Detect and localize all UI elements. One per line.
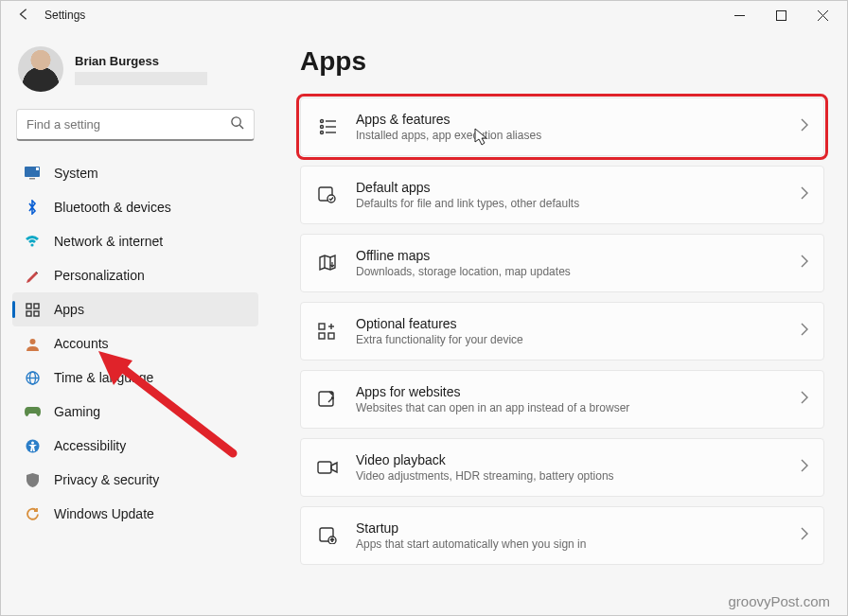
close-button[interactable] xyxy=(802,1,843,29)
svg-line-5 xyxy=(239,125,243,129)
bluetooth-icon xyxy=(24,199,41,216)
svg-rect-8 xyxy=(29,178,35,180)
svg-rect-14 xyxy=(34,311,39,316)
svg-rect-37 xyxy=(318,462,331,473)
card-subtitle: Websites that can open in an app instead… xyxy=(356,401,784,414)
svg-rect-7 xyxy=(36,167,39,170)
avatar xyxy=(18,46,63,92)
default-apps-icon xyxy=(316,184,339,206)
card-video-playback[interactable]: Video playback Video adjustments, HDR st… xyxy=(300,438,824,497)
sidebar-item-label: Windows Update xyxy=(54,506,154,521)
titlebar: Settings xyxy=(1,1,847,29)
search-box[interactable] xyxy=(16,109,255,141)
card-title: Startup xyxy=(356,520,784,536)
maximize-button[interactable] xyxy=(760,1,802,29)
accessibility-icon xyxy=(24,437,41,454)
video-playback-icon xyxy=(316,456,339,479)
card-title: Offline maps xyxy=(356,248,784,263)
sidebar-item-label: System xyxy=(54,166,98,181)
svg-rect-1 xyxy=(776,10,786,20)
chevron-right-icon xyxy=(801,459,808,476)
startup-icon xyxy=(316,524,339,547)
chevron-right-icon xyxy=(801,391,808,408)
svg-point-20 xyxy=(31,441,34,444)
sidebar-item-label: Network & internet xyxy=(54,234,163,249)
network-icon xyxy=(24,233,41,250)
personalization-icon xyxy=(24,267,41,284)
svg-rect-33 xyxy=(328,333,334,339)
apps-features-icon xyxy=(316,115,339,138)
profile-email-redacted xyxy=(75,72,207,85)
svg-point-21 xyxy=(321,120,324,123)
card-subtitle: Extra functionality for your device xyxy=(356,333,784,346)
apps-websites-icon xyxy=(316,388,339,411)
card-startup[interactable]: Startup Apps that start automatically wh… xyxy=(300,506,824,565)
sidebar-item-label: Accessibility xyxy=(54,438,126,453)
gaming-icon xyxy=(24,403,41,420)
system-icon xyxy=(24,165,41,182)
sidebar-item-gaming[interactable]: Gaming xyxy=(12,395,258,429)
svg-rect-31 xyxy=(319,324,325,329)
sidebar-item-accessibility[interactable]: Accessibility xyxy=(12,429,258,463)
card-subtitle: Defaults for file and link types, other … xyxy=(356,197,784,210)
accounts-icon xyxy=(24,335,41,352)
sidebar-item-label: Accounts xyxy=(54,336,109,351)
sidebar-item-label: Apps xyxy=(54,302,84,317)
svg-point-25 xyxy=(321,132,324,134)
profile[interactable]: Brian Burgess xyxy=(12,41,258,103)
page-title: Apps xyxy=(300,46,824,77)
card-title: Apps for websites xyxy=(356,384,784,399)
svg-point-23 xyxy=(321,126,324,129)
card-subtitle: Installed apps, app execution aliases xyxy=(356,129,784,142)
card-optional-features[interactable]: Optional features Extra functionality fo… xyxy=(300,302,824,361)
sidebar-item-system[interactable]: System xyxy=(12,156,258,190)
chevron-right-icon xyxy=(801,255,808,272)
svg-rect-12 xyxy=(34,304,39,308)
sidebar-item-windows-update[interactable]: Windows Update xyxy=(12,497,258,531)
sidebar-item-privacy[interactable]: Privacy & security xyxy=(12,463,258,497)
search-icon xyxy=(230,115,244,133)
sidebar-item-network[interactable]: Network & internet xyxy=(12,224,258,258)
watermark: groovyPost.com xyxy=(728,593,830,609)
sidebar-item-personalization[interactable]: Personalization xyxy=(12,258,258,292)
optional-features-icon xyxy=(316,320,339,343)
nav-list: System Bluetooth & devices Network & int… xyxy=(12,156,258,531)
sidebar-item-label: Privacy & security xyxy=(54,472,159,487)
sidebar-item-apps[interactable]: Apps xyxy=(12,292,258,326)
offline-maps-icon xyxy=(316,252,339,274)
svg-rect-13 xyxy=(26,311,31,316)
card-apps-for-websites[interactable]: Apps for websites Websites that can open… xyxy=(300,370,824,429)
card-title: Apps & features xyxy=(356,112,784,127)
chevron-right-icon xyxy=(801,118,808,135)
card-subtitle: Apps that start automatically when you s… xyxy=(356,537,784,551)
sidebar-item-accounts[interactable]: Accounts xyxy=(12,326,258,361)
card-title: Default apps xyxy=(356,180,784,195)
card-subtitle: Downloads, storage location, map updates xyxy=(356,265,784,278)
svg-rect-32 xyxy=(319,333,325,339)
main-content: Apps Apps & features Installed apps, app… xyxy=(266,29,847,615)
sidebar-item-bluetooth[interactable]: Bluetooth & devices xyxy=(12,190,258,224)
sidebar-item-label: Personalization xyxy=(54,268,145,283)
window-title: Settings xyxy=(44,9,85,22)
sidebar-item-label: Bluetooth & devices xyxy=(54,200,171,215)
privacy-icon xyxy=(24,471,41,488)
card-subtitle: Video adjustments, HDR streaming, batter… xyxy=(356,469,784,483)
card-default-apps[interactable]: Default apps Defaults for file and link … xyxy=(300,166,824,224)
sidebar-item-label: Gaming xyxy=(54,404,100,419)
sidebar-item-time-language[interactable]: Time & language xyxy=(12,361,258,395)
search-input[interactable] xyxy=(26,117,230,132)
card-offline-maps[interactable]: Offline maps Downloads, storage location… xyxy=(300,234,824,292)
svg-point-9 xyxy=(30,243,33,246)
card-apps-and-features[interactable]: Apps & features Installed apps, app exec… xyxy=(300,97,824,156)
apps-icon xyxy=(24,301,41,318)
windows-update-icon xyxy=(24,505,41,522)
chevron-right-icon xyxy=(801,527,808,544)
svg-point-15 xyxy=(29,339,35,344)
settings-window: Settings Brian Burgess xyxy=(0,0,848,616)
minimize-button[interactable] xyxy=(718,1,760,29)
back-button[interactable] xyxy=(10,8,37,24)
chevron-right-icon xyxy=(801,323,808,340)
profile-name: Brian Burgess xyxy=(75,54,207,68)
svg-rect-11 xyxy=(26,304,31,308)
time-language-icon xyxy=(24,369,41,386)
